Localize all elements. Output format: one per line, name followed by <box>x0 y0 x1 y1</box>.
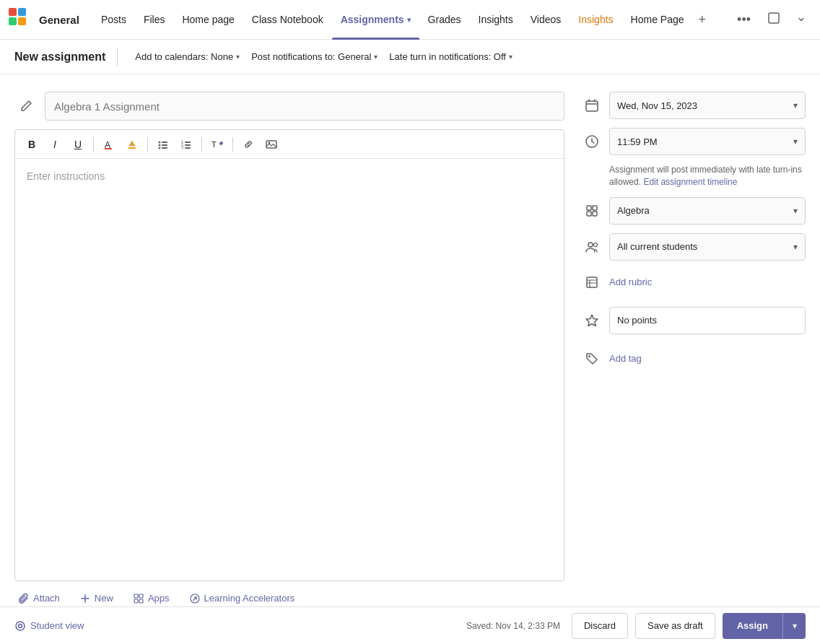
learning-accelerators-button[interactable]: Learning Accelerators <box>186 590 300 606</box>
expand-button[interactable] <box>762 9 785 30</box>
add-tab-button[interactable]: + <box>693 9 712 30</box>
svg-point-31 <box>588 243 593 247</box>
tag-icon <box>582 349 602 369</box>
due-date-select[interactable]: Wed, Nov 15, 2023 ▾ <box>609 92 806 119</box>
attach-button[interactable]: Attach <box>14 590 64 606</box>
category-chevron: ▾ <box>793 206 798 216</box>
link-button[interactable] <box>237 134 259 155</box>
svg-rect-27 <box>587 206 591 210</box>
apps-button[interactable]: Apps <box>129 590 174 606</box>
nav-item-insights[interactable]: Insights <box>470 0 522 40</box>
toolbar-divider-2 <box>147 137 148 152</box>
team-name: General <box>39 14 79 26</box>
app-icon <box>9 8 32 31</box>
nav-item-posts[interactable]: Posts <box>92 0 135 40</box>
assign-button[interactable]: Assign <box>723 613 782 639</box>
new-button[interactable]: New <box>76 590 118 606</box>
svg-point-8 <box>159 147 161 149</box>
add-tag-row: Add tag <box>582 346 806 372</box>
add-to-calendars[interactable]: Add to calendars: None ▾ <box>129 45 245 69</box>
svg-rect-23 <box>139 599 143 603</box>
late-turn-in[interactable]: Late turn in notifications: Off ▾ <box>383 45 518 69</box>
nav-items: Posts Files Home page Class Notebook Ass… <box>92 0 731 40</box>
font-color-button[interactable]: A <box>98 134 120 155</box>
svg-rect-30 <box>593 212 597 216</box>
left-panel: B I U A <box>14 92 564 606</box>
svg-rect-2 <box>105 148 112 149</box>
add-rubric-link[interactable]: Add rubric <box>609 277 652 287</box>
underline-button[interactable]: U <box>67 134 89 155</box>
category-row: Algebra ▾ <box>582 197 806 225</box>
svg-rect-21 <box>139 594 143 598</box>
due-time-select[interactable]: 11:59 PM ▾ <box>609 128 806 155</box>
highlight-button[interactable] <box>121 134 143 155</box>
edit-timeline-link[interactable]: Edit assignment timeline <box>643 177 737 187</box>
nav-item-grades[interactable]: Grades <box>419 0 470 40</box>
right-panel: Wed, Nov 15, 2023 ▾ 11:59 PM ▾ Assignmen… <box>582 92 806 606</box>
nav-item-homepage2[interactable]: Home Page <box>622 0 693 40</box>
assignment-title-input[interactable] <box>45 92 564 121</box>
svg-rect-20 <box>134 594 138 598</box>
calendar-icon <box>582 95 602 116</box>
more-options-button[interactable]: ••• <box>731 9 756 30</box>
assignments-chevron: ▾ <box>407 16 411 24</box>
nav-more: ••• <box>731 9 811 30</box>
numbered-list-button[interactable]: 1. 2. 3. <box>175 134 197 155</box>
svg-rect-29 <box>587 212 591 216</box>
nav-chevron-button[interactable] <box>791 9 811 30</box>
instructions-input[interactable]: Enter instructions <box>15 159 564 580</box>
formatting-toolbar: B I U A <box>15 130 564 159</box>
students-select[interactable]: All current students ▾ <box>609 233 806 261</box>
svg-rect-11 <box>185 142 191 143</box>
bullet-list-button[interactable] <box>152 134 174 155</box>
bold-button[interactable]: B <box>21 134 43 155</box>
assign-button-group: Assign ▾ <box>723 613 806 639</box>
category-select[interactable]: Algebra ▾ <box>609 197 806 225</box>
add-tag-link[interactable]: Add tag <box>609 353 642 364</box>
svg-rect-22 <box>134 599 138 603</box>
points-select[interactable]: No points <box>609 307 806 334</box>
editor-container: B I U A <box>14 129 564 581</box>
students-icon <box>582 237 602 257</box>
due-date-row: Wed, Nov 15, 2023 ▾ <box>582 92 806 119</box>
saved-status: Saved: Nov 14, 2:33 PM <box>466 621 560 631</box>
assign-chevron-button[interactable]: ▾ <box>782 613 806 639</box>
rubric-icon <box>582 272 602 292</box>
svg-rect-25 <box>586 101 598 111</box>
svg-rect-3 <box>128 147 136 149</box>
attachment-bar: Attach New Apps <box>14 581 564 606</box>
due-date-chevron: ▾ <box>793 100 798 110</box>
nav-item-insights2[interactable]: Insights <box>570 0 621 40</box>
svg-rect-5 <box>162 142 167 143</box>
svg-rect-13 <box>185 144 191 146</box>
svg-text:T: T <box>211 140 217 149</box>
nav-item-homepage[interactable]: Home page <box>173 0 243 40</box>
discard-button[interactable]: Discard <box>572 613 628 639</box>
nav-item-class-notebook[interactable]: Class Notebook <box>243 0 332 40</box>
points-icon <box>582 310 602 331</box>
svg-rect-15 <box>185 147 191 149</box>
title-row <box>14 92 564 121</box>
toolbar-divider-3 <box>201 137 202 152</box>
save-draft-button[interactable]: Save as draft <box>635 613 715 639</box>
svg-text:3.: 3. <box>181 145 184 149</box>
subheader: New assignment Add to calendars: None ▾ … <box>0 40 820 74</box>
text-style-button[interactable]: T <box>206 134 228 155</box>
add-rubric-row: Add rubric <box>582 269 806 295</box>
nav-item-videos[interactable]: Videos <box>522 0 570 40</box>
italic-button[interactable]: I <box>44 134 66 155</box>
svg-rect-0 <box>769 13 779 23</box>
timeline-note: Assignment will post immediately with la… <box>609 164 806 188</box>
nav-item-assignments[interactable]: Assignments ▾ <box>332 0 419 40</box>
page-title: New assignment <box>14 51 105 64</box>
main-content: B I U A <box>0 74 820 606</box>
due-time-chevron: ▾ <box>793 136 798 147</box>
edit-title-icon[interactable] <box>14 95 38 118</box>
post-notifications[interactable]: Post notifications to: General ▾ <box>245 45 383 69</box>
svg-point-4 <box>159 141 161 143</box>
nav-item-files[interactable]: Files <box>135 0 174 40</box>
calendar-chevron: ▾ <box>236 53 240 61</box>
image-button[interactable] <box>261 134 282 155</box>
student-view-button[interactable]: Student view <box>14 620 84 632</box>
svg-rect-7 <box>162 144 167 146</box>
